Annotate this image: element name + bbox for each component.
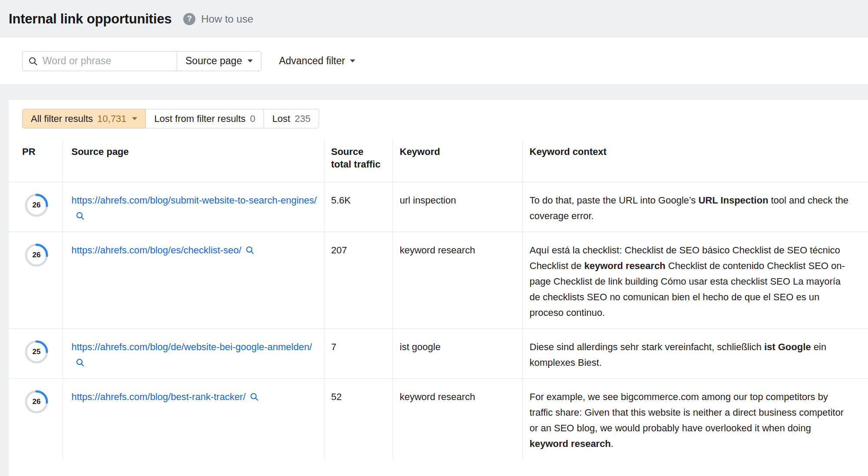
pr-value: 26 [24,193,49,217]
column-header-keyword-context[interactable]: Keyword context [522,139,868,182]
column-header-keyword[interactable]: Keyword [393,139,522,182]
filter-tab-all-filter-results[interactable]: All filter results10,731 [22,109,146,128]
table-header-row: PR Source page Source total traffic Keyw… [9,139,868,182]
search-input[interactable] [22,51,177,71]
filter-tab-lost-from-filter-results[interactable]: Lost from filter results0 [145,109,264,128]
table-row: 26 https://ahrefs.com/blog/best-rank-tra… [9,379,868,460]
source-page-link[interactable]: https://ahrefs.com/blog/best-rank-tracke… [72,391,259,402]
caret-down-icon [350,59,355,62]
how-to-use-link[interactable]: How to use [201,13,253,25]
filter-tabs: All filter results10,731Lost from filter… [9,100,868,128]
traffic-value: 207 [324,232,393,329]
link-search-icon[interactable] [76,208,85,224]
filter-tab-count: 235 [294,113,310,125]
keyword-context: To do that, paste the URL into Google’s … [522,182,868,232]
page-title: Internal link opportunities [9,11,172,27]
table-row: 26 https://ahrefs.com/blog/submit-websit… [9,182,868,232]
search-group: Source page [22,51,261,71]
link-search-icon[interactable] [76,355,85,371]
keyword-context: For example, we see bigcommerce.com amon… [522,379,868,460]
filter-toolbar: Source page Advanced filter [0,38,868,84]
link-search-icon[interactable] [250,389,259,405]
source-page-label: Source page [185,55,242,67]
keyword-value: keyword research [393,379,522,460]
source-page-link[interactable]: https://ahrefs.com/blog/es/checklist-seo… [72,245,254,256]
pr-value: 26 [24,243,49,267]
keyword-value: keyword research [393,232,522,329]
traffic-value: 7 [324,329,393,379]
keyword-context: Diese sind allerdings sehr stark vereinf… [522,329,868,379]
traffic-value: 52 [324,379,393,460]
source-page-dropdown[interactable]: Source page [177,51,261,71]
column-header-source-total-traffic[interactable]: Source total traffic [324,139,393,182]
pr-badge: 25 [24,340,49,364]
results-table: PR Source page Source total traffic Keyw… [9,139,868,460]
source-page-link[interactable]: https://ahrefs.com/blog/submit-website-t… [72,195,317,221]
help-icon[interactable]: ? [183,13,195,25]
filter-tab-count: 0 [250,113,255,125]
filter-tab-label: Lost from filter results [154,113,245,125]
advanced-filter-button[interactable]: Advanced filter [279,55,355,67]
page-header: Internal link opportunities ? How to use [0,0,868,38]
table-row: 25 https://ahrefs.com/blog/de/website-be… [9,329,868,379]
keyword-value: url inspection [393,182,522,232]
pr-badge: 26 [24,390,49,414]
internal-link-opportunities-page: Internal link opportunities ? How to use… [0,0,868,476]
filter-tab-label: Lost [272,113,290,125]
pr-value: 26 [24,390,49,414]
column-header-pr[interactable]: PR [9,139,63,182]
keyword-value: ist google [393,329,522,379]
pr-value: 25 [24,340,49,364]
caret-down-icon [132,117,137,120]
link-search-icon[interactable] [245,243,254,258]
caret-down-icon [248,59,253,62]
advanced-filter-label: Advanced filter [279,55,345,67]
pr-badge: 26 [24,193,49,217]
filter-tab-lost[interactable]: Lost235 [264,109,319,128]
keyword-context: Aquí está la checklist: Checklist de SEO… [522,232,868,329]
table-row: 26 https://ahrefs.com/blog/es/checklist-… [9,232,868,329]
column-header-source-page[interactable]: Source page [63,139,324,182]
filter-tab-label: All filter results [31,113,93,125]
source-page-link[interactable]: https://ahrefs.com/blog/de/website-bei-g… [72,341,312,368]
table-body: 26 https://ahrefs.com/blog/submit-websit… [9,182,868,460]
results-card: All filter results10,731Lost from filter… [9,100,868,476]
filter-tab-count: 10,731 [97,113,126,125]
traffic-value: 5.6K [324,182,393,232]
pr-badge: 26 [24,243,49,267]
